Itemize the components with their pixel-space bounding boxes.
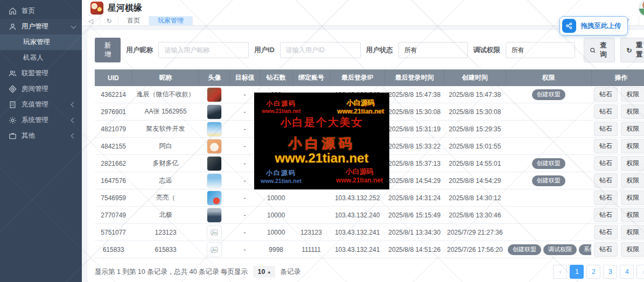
table-row: 5751077123123-10000123123103.43.132.2412… [95,224,644,241]
status-select[interactable]: 所有 [398,42,468,58]
sidebar-item-other[interactable]: 其他 [0,128,82,144]
page-button[interactable]: 2 [586,265,600,279]
avatar-cell [199,155,230,172]
actions-cell: 钻石权限账号 [591,172,644,189]
table-cell: 103.43.132.252 [330,189,385,207]
row-action-button[interactable]: 权限 [621,122,644,136]
row-action-button[interactable]: 权限 [621,104,644,119]
row-action-button[interactable]: 权限 [621,139,644,153]
sidebar-item-room-management[interactable]: 房间管理 [0,81,82,97]
row-action-button[interactable]: 钻石 [594,191,618,205]
avatar-cell [199,189,230,207]
table-cell: 5751077 [95,224,132,241]
tab-player-management[interactable]: 玩家管理 [149,16,193,25]
sidebar-item-alliance-management[interactable]: 联盟管理 [0,66,82,81]
tab-home[interactable]: 首页 [118,16,149,25]
sidebar-item-label: 玩家管理 [23,38,75,47]
row-action-button[interactable]: 权限 [621,87,644,102]
player-avatar [207,139,221,153]
row-action-button[interactable]: 钻石 [594,122,618,136]
table-cell: 4362214 [95,86,132,103]
fullscreen-button[interactable] [639,16,644,25]
sidebar-item-label: 房间管理 [22,84,75,94]
row-action-button[interactable]: 钻石 [594,208,618,222]
prev-page-button[interactable]: ‹ [553,265,567,279]
row-action-button[interactable]: 钻石 [594,173,618,188]
table-cell: 2025/8/8 15:01:55 [444,138,506,155]
page-button[interactable]: 4 [620,265,634,279]
sidebar-item-robot[interactable]: 机器人 [0,50,82,66]
sidebar-item-label: 充值管理 [22,100,72,109]
row-action-button[interactable]: 权限 [621,173,644,188]
table-cell: 2976901 [95,103,132,121]
actions-cell: 钻石权限账号 [591,224,644,241]
nickname-label: 用户昵称 [126,46,153,55]
actions-cell: 钻石权限账号 [591,241,644,258]
sidebar-item-system-management[interactable]: 系统管理 [0,112,82,128]
watermark-top-right: 小白源码 www.21tian.net [337,98,384,115]
sidebar-item-player-management[interactable]: 玩家管理 [0,34,82,50]
row-action-button[interactable]: 钻石 [594,104,618,119]
table-cell: 2025/8/8 15:30:08 [444,103,506,121]
table-cell: 志远 [132,172,199,189]
row-action-button[interactable]: 权限 [621,225,644,239]
table-cell: 4821079 [95,121,132,138]
uid-label: 用户ID [254,46,275,55]
tab-back-button[interactable]: ◁ [82,16,100,25]
sidebar-item-label: 首页 [22,6,75,16]
tab-refresh-button[interactable]: ↻ [100,16,118,25]
user-avatar[interactable] [639,0,644,16]
row-action-button[interactable]: 权限 [621,242,644,257]
permission-badge: 创建联盟 [508,244,541,255]
table-cell: 123123 [132,224,199,241]
caret-up-icon: ▴ [268,269,270,274]
table-cell: 2025/7/26 17:56:20 [444,241,506,258]
watermark-overlay: 小白源码 www.21tian.net 小白源码 www.21tian.net … [254,93,389,189]
row-action-button[interactable]: 钻石 [594,87,618,102]
table-cell: 逸辰（微信不收款） [132,86,199,103]
permission-cell: 创建联盟 [506,86,591,103]
sidebar-item-home[interactable]: 首页 [0,3,82,19]
table-cell: 2025/8/8 14:31:24 [385,189,444,207]
row-action-button[interactable]: 权限 [621,191,644,205]
table-cell: 7546959 [95,189,132,207]
table-cell: 2025/8/8 15:29:35 [444,121,506,138]
row-action-button[interactable]: 权限 [621,156,644,171]
reset-button[interactable]: ↻ 重置 [620,38,644,62]
uid-input[interactable] [280,42,361,58]
permission-cell [506,121,591,138]
actions-cell: 钻石权限账号 [591,121,644,138]
brand: 星河棋缘 [90,2,142,15]
debug-select[interactable]: 所有 [506,42,575,58]
sidebar-item-label: 机器人 [23,53,75,62]
page-button[interactable]: 3 [603,265,617,279]
row-action-button[interactable]: 钻石 [594,139,618,153]
per-page-select[interactable]: 10 ▴ [253,266,275,278]
row-action-button[interactable]: 钻石 [594,156,618,171]
table-footer: 显示第 1 到第 10 条记录，总共 40 条记录 每页显示 10 ▴ 条记录 … [95,265,644,279]
drag-upload-widget[interactable]: 拖拽至此上传 [559,16,628,36]
sidebar-item-recharge-management[interactable]: 充值管理 [0,97,82,112]
add-button[interactable]: 新增 [95,38,121,62]
row-action-button[interactable]: 钻石 [594,225,618,239]
chevron-left-icon [71,133,76,139]
chevron-down-icon [71,23,76,29]
avatar-cell [199,86,230,103]
permission-cell: 创建联盟 [506,155,591,172]
table-row: 2770749北极-10000103.43.132.2402025/8/6 15… [95,207,644,224]
permission-badge: 调试权限 [543,244,577,255]
row-action-button[interactable]: 钻石 [594,242,618,257]
table-cell [292,189,330,207]
page-button[interactable]: 1 [570,265,584,279]
building-icon [9,101,17,109]
search-button[interactable]: 查询 [584,38,615,62]
reset-refresh-icon: ↻ [626,46,632,54]
share-nodes-icon [562,19,576,33]
table-cell: 2025/8/1 13:34:30 [385,224,444,241]
pagination: ‹1234› [553,265,644,279]
sidebar-item-user-management[interactable]: 用户管理 [0,19,82,34]
watermark-bottom-left: 小白源码 www.21tian.net [261,168,302,184]
nickname-input[interactable] [158,42,249,58]
next-page-button[interactable]: › [636,265,644,279]
row-action-button[interactable]: 权限 [621,208,644,222]
